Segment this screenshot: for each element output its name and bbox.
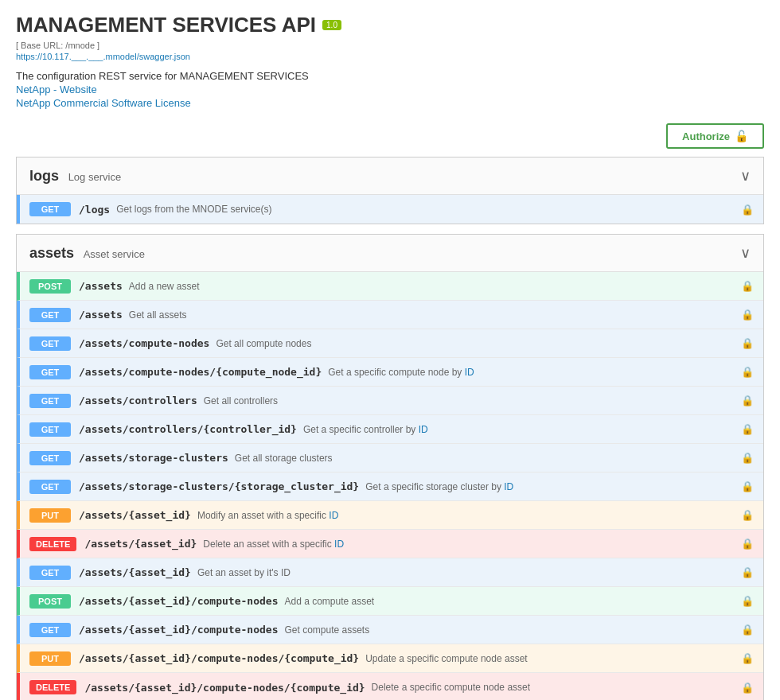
method-badge: PUT (29, 508, 71, 523)
api-title: MANAGEMENT SERVICES API 1.0 (16, 13, 764, 37)
endpoint-desc: Get a specific controller by ID (303, 424, 428, 435)
method-badge: DELETE (29, 680, 76, 694)
website-link[interactable]: NetApp - Website (16, 84, 764, 95)
method-badge: DELETE (29, 537, 76, 551)
method-badge: PUT (29, 651, 71, 666)
endpoint-lock-icon: 🔒 (741, 652, 754, 664)
endpoint-lock-icon: 🔒 (741, 337, 754, 349)
endpoint-desc: Get an asset by it's ID (197, 567, 291, 578)
endpoint-row[interactable]: DELETE /assets/{asset_id} Delete an asse… (17, 530, 763, 558)
endpoint-row[interactable]: PUT /assets/{asset_id} Modify an asset w… (17, 501, 763, 530)
endpoint-lock-icon: 🔒 (741, 280, 754, 292)
chevron-icon-logs: ∨ (740, 167, 751, 185)
endpoint-desc: Get all controllers (204, 395, 278, 406)
method-badge: GET (29, 394, 71, 408)
endpoint-desc: Add a new asset (129, 281, 200, 292)
endpoint-desc: Get a specific compute node by ID (328, 367, 474, 378)
method-badge: POST (29, 594, 71, 609)
endpoint-desc: Delete a specific compute node asset (372, 682, 530, 693)
endpoint-desc: Get all assets (129, 309, 187, 321)
endpoint-row[interactable]: GET /assets/compute-nodes Get all comput… (17, 329, 763, 358)
endpoint-desc: Add a compute asset (284, 596, 374, 607)
endpoint-desc: Update a specific compute node asset (365, 653, 527, 664)
sections-container: logs Log service ∨ GET /logs Get logs fr… (16, 157, 764, 700)
endpoint-desc: Get compute assets (284, 624, 369, 636)
endpoint-path: /assets (79, 309, 123, 321)
endpoint-row[interactable]: PUT /assets/{asset_id}/compute-nodes/{co… (17, 644, 763, 673)
authorize-label: Authorize (682, 130, 730, 142)
endpoint-path: /assets/compute-nodes/{compute_node_id} (79, 366, 322, 378)
endpoint-path: /assets (79, 280, 123, 292)
endpoint-lock-icon: 🔒 (741, 204, 754, 216)
endpoint-path: /assets/storage-clusters (79, 452, 228, 464)
endpoint-lock-icon: 🔒 (741, 395, 754, 406)
endpoint-desc: Get all compute nodes (216, 338, 311, 349)
section-logs: logs Log service ∨ GET /logs Get logs fr… (16, 157, 764, 224)
license-link[interactable]: NetApp Commercial Software License (16, 97, 764, 109)
endpoint-path: /assets/{asset_id}/compute-nodes (79, 624, 278, 636)
method-badge: GET (29, 480, 71, 494)
authorize-button[interactable]: Authorize 🔓 (666, 123, 764, 149)
section-header-logs[interactable]: logs Log service ∨ (17, 158, 763, 195)
method-badge: GET (29, 308, 71, 322)
api-version-badge: 1.0 (322, 20, 341, 30)
base-url: [ Base URL: /mnode ] (16, 41, 764, 50)
endpoint-row[interactable]: GET /assets/storage-clusters Get all sto… (17, 444, 763, 472)
endpoint-path: /assets/{asset_id}/compute-nodes (79, 595, 278, 607)
endpoint-path: /assets/storage-clusters/{storage_cluste… (79, 480, 359, 492)
swagger-link[interactable]: https://10.117.___.___.mmodel/swagger.js… (16, 52, 190, 61)
endpoint-row[interactable]: GET /assets/{asset_id} Get an asset by i… (17, 558, 763, 587)
endpoint-row[interactable]: GET /assets/{asset_id}/compute-nodes Get… (17, 616, 763, 644)
endpoint-row[interactable]: GET /assets Get all assets 🔒 (17, 301, 763, 329)
endpoint-path: /assets/{asset_id} (79, 566, 191, 578)
endpoint-path: /logs (79, 204, 110, 216)
endpoint-path: /assets/controllers/{controller_id} (79, 423, 297, 435)
endpoint-row[interactable]: GET /assets/storage-clusters/{storage_cl… (17, 472, 763, 501)
endpoint-row[interactable]: GET /assets/controllers Get all controll… (17, 387, 763, 415)
method-badge: GET (29, 202, 71, 216)
section-title-logs: logs (29, 168, 59, 184)
api-description: The configuration REST service for MANAG… (16, 70, 764, 82)
endpoint-lock-icon: 🔒 (741, 566, 754, 578)
endpoint-lock-icon: 🔒 (741, 423, 754, 435)
endpoint-path: /assets/compute-nodes (79, 337, 209, 349)
endpoint-path: /assets/{asset_id}/compute-nodes/{comput… (84, 682, 365, 694)
endpoint-desc: Get a specific storage cluster by ID (365, 481, 513, 492)
endpoint-row[interactable]: GET /assets/controllers/{controller_id} … (17, 415, 763, 444)
endpoint-path: /assets/{asset_id}/compute-nodes/{comput… (79, 652, 359, 664)
method-badge: GET (29, 566, 71, 580)
endpoint-desc: Get all storage clusters (235, 453, 333, 464)
endpoint-row[interactable]: GET /logs Get logs from the MNODE servic… (17, 195, 763, 224)
endpoint-lock-icon: 🔒 (741, 452, 754, 464)
page: MANAGEMENT SERVICES API 1.0 [ Base URL: … (0, 0, 780, 700)
endpoint-path: /assets/{asset_id} (79, 509, 191, 521)
endpoint-desc: Modify an asset with a specific ID (197, 510, 338, 521)
method-badge: POST (29, 279, 71, 294)
endpoint-lock-icon: 🔒 (741, 366, 754, 378)
endpoint-row[interactable]: DELETE /assets/{asset_id}/compute-nodes/… (17, 673, 763, 700)
endpoint-lock-icon: 🔒 (741, 480, 754, 492)
section-subtitle-logs: Log service (68, 171, 121, 183)
endpoint-row[interactable]: POST /assets/{asset_id}/compute-nodes Ad… (17, 587, 763, 616)
endpoint-lock-icon: 🔒 (741, 682, 754, 694)
api-header: MANAGEMENT SERVICES API 1.0 [ Base URL: … (16, 13, 764, 109)
endpoint-lock-icon: 🔒 (741, 595, 754, 607)
endpoint-desc: Delete an asset with a specific ID (203, 539, 344, 550)
endpoint-path: /assets/{asset_id} (84, 538, 197, 550)
section-subtitle-assets: Asset service (84, 248, 145, 260)
endpoint-lock-icon: 🔒 (741, 624, 754, 636)
endpoint-desc: Get logs from the MNODE service(s) (116, 204, 271, 215)
section-header-assets[interactable]: assets Asset service ∨ (17, 235, 763, 272)
method-badge: GET (29, 623, 71, 637)
lock-icon: 🔓 (735, 130, 748, 142)
section-title-assets: assets (29, 245, 74, 261)
authorize-row: Authorize 🔓 (16, 123, 764, 149)
endpoint-row[interactable]: GET /assets/compute-nodes/{compute_node_… (17, 358, 763, 387)
section-assets: assets Asset service ∨ POST /assets Add … (16, 234, 764, 700)
chevron-icon-assets: ∨ (740, 244, 751, 262)
method-badge: GET (29, 365, 71, 379)
api-title-text: MANAGEMENT SERVICES API (16, 13, 316, 37)
endpoint-row[interactable]: POST /assets Add a new asset 🔒 (17, 272, 763, 301)
endpoint-lock-icon: 🔒 (741, 309, 754, 321)
method-badge: GET (29, 422, 71, 437)
